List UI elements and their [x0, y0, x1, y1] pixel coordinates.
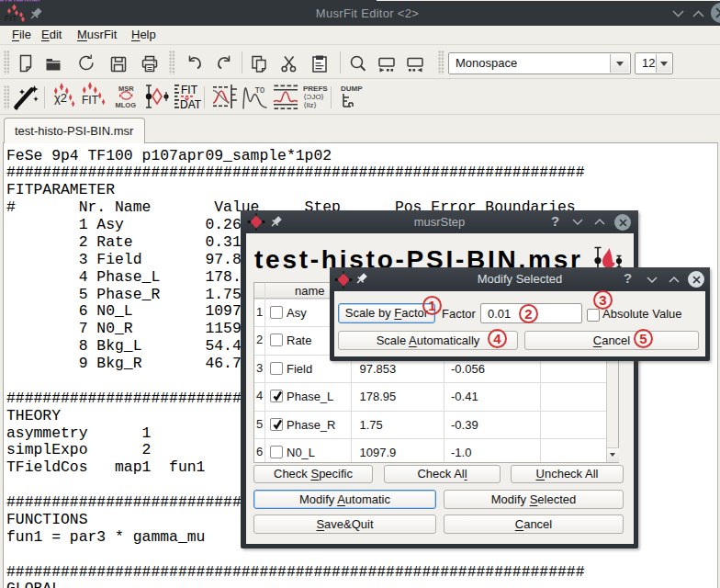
svg-text:FIT: FIT [82, 94, 99, 107]
svg-text:MSR: MSR [118, 85, 134, 93]
svg-text:⟨ƆJO⟩: ⟨ƆJO⟩ [304, 93, 324, 101]
svg-text:FIT: FIT [181, 84, 198, 96]
svg-text:MLOG: MLOG [116, 101, 137, 109]
svg-text:T0: T0 [255, 85, 265, 95]
svg-text:DAT: DAT [180, 98, 202, 111]
svg-text:DUMP: DUMP [341, 85, 363, 93]
svg-text:FIT: FIT [5, 14, 17, 23]
svg-text:PREFS: PREFS [303, 85, 328, 93]
svg-text:⟨Ilz⟩: ⟨Ilz⟩ [304, 101, 317, 109]
